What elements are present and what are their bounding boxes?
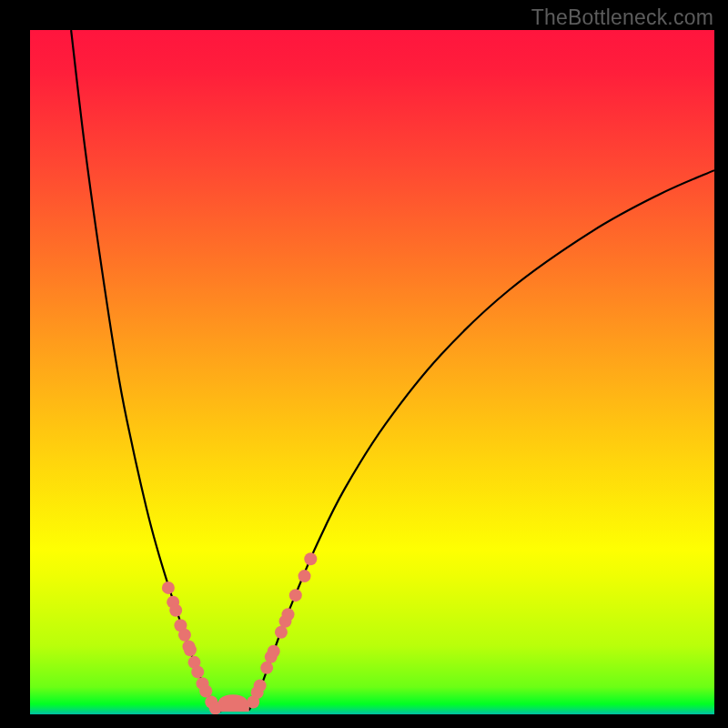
highlight-dot (162, 581, 175, 594)
highlight-dot (275, 626, 288, 639)
highlight-dot (199, 684, 212, 697)
highlight-dot (289, 589, 302, 602)
highlight-dot (191, 665, 204, 678)
highlight-dot (268, 645, 280, 658)
highlight-dot (304, 552, 317, 565)
highlight-dot (260, 662, 273, 674)
highlight-dots (162, 552, 317, 714)
chart-frame: TheBottleneck.com (0, 0, 728, 728)
highlight-dot (169, 604, 182, 617)
right-curve (249, 170, 714, 710)
highlight-dot (209, 702, 222, 714)
highlight-dot (298, 570, 311, 582)
highlight-dot (254, 679, 267, 692)
highlight-dot (184, 643, 197, 656)
highlight-dot (282, 608, 295, 621)
plot-area (30, 30, 714, 714)
highlight-dot (178, 629, 191, 642)
watermark-text: TheBottleneck.com (531, 5, 713, 30)
chart-svg (30, 30, 714, 714)
left-curve (71, 30, 221, 712)
